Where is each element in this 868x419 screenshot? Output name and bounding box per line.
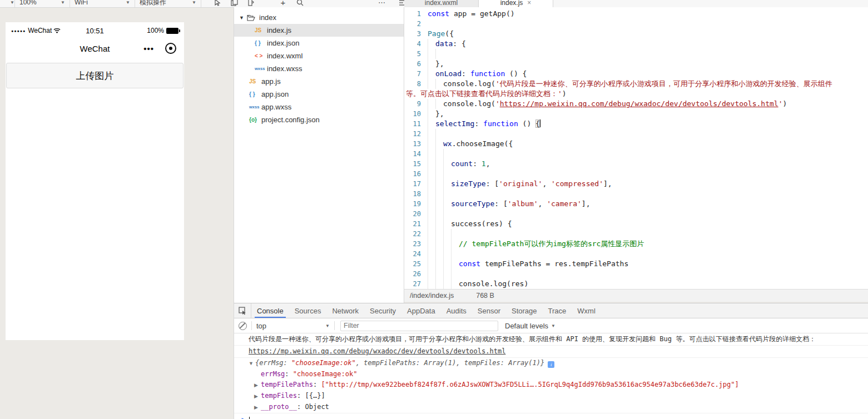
code-line[interactable]: 20 (404, 209, 868, 219)
info-icon[interactable]: i (548, 361, 554, 368)
cursor-icon[interactable] (209, 0, 226, 6)
console-prompt[interactable]: > (234, 413, 868, 419)
line-number: 16 (404, 169, 428, 179)
zoom-dropdown[interactable]: 100% ▼ (15, 0, 70, 8)
add-file-icon[interactable]: + (275, 0, 291, 7)
tree-file-index.json[interactable]: { }index.json (234, 37, 404, 49)
network-dropdown[interactable]: WiFi ▼ (70, 0, 135, 8)
line-number: 10 (404, 109, 428, 119)
code-line[interactable]: 11selectImg: function () { (404, 119, 868, 129)
expand-triangle-icon[interactable]: ▶ (254, 392, 261, 401)
console-link[interactable]: https://mp.weixin.qq.com/debug/wxadoc/de… (249, 347, 505, 355)
code-line[interactable]: 24 (404, 249, 868, 259)
code-line[interactable]: 19sourceType: ['album', 'camera'], (404, 199, 868, 209)
editor-tab-index.wxml[interactable]: index.wxml (404, 0, 479, 8)
simulator-phone: ●●●●● WeChat 10:51 100% WeChat ••• 上传图片 (6, 22, 184, 340)
close-icon[interactable]: × (527, 0, 531, 7)
code-line[interactable]: 13wx.chooseImage({ (404, 139, 868, 149)
editor-tab-index.js[interactable]: index.js× (479, 0, 553, 8)
screenshot-icon[interactable] (226, 0, 242, 6)
devtools-tab-storage[interactable]: Storage (506, 303, 543, 318)
devtools-tab-sources[interactable]: Sources (289, 303, 327, 318)
expand-triangle-icon[interactable]: ▶ (254, 381, 261, 390)
code-line[interactable]: 12 (404, 129, 868, 139)
tree-file-app.wxss[interactable]: wxssapp.wxss (234, 101, 404, 113)
tree-folder-index[interactable]: ▼index (234, 11, 404, 24)
file-label: index.json (267, 39, 300, 47)
code-editor[interactable]: 1const app = getApp()23Page({4data: {56}… (404, 7, 868, 289)
devtools-tab-sensor[interactable]: Sensor (472, 303, 506, 318)
code-line[interactable]: 27console.log(res) (404, 279, 868, 289)
filter-input[interactable] (340, 321, 498, 331)
code-line[interactable]: 5 (404, 49, 868, 59)
devtools-tab-appdata[interactable]: AppData (401, 303, 441, 318)
rotate-device-icon[interactable] (242, 0, 259, 6)
code-line[interactable]: 15count: 1, (404, 159, 868, 169)
code-line[interactable]: 6}, (404, 59, 868, 69)
object-property-errMsg: errMsg: "chooseImage:ok" (234, 369, 868, 380)
network-value: WiFi (75, 0, 88, 6)
upload-image-button[interactable]: 上传图片 (6, 63, 183, 88)
caret-down-icon[interactable]: ▼ (239, 15, 247, 21)
capsule-close-icon[interactable] (165, 43, 176, 54)
context-select[interactable]: top ▼ (256, 322, 330, 330)
line-number: 20 (404, 209, 428, 219)
log-levels-select[interactable]: Default levels ▼ (505, 322, 555, 330)
wxss-file-icon: wxss (255, 66, 267, 71)
wechat-devtools-window: ▼ 100% ▼ WiFi ▼ 模拟操作 ▼ (0, 0, 868, 419)
code-line[interactable]: 1const app = getApp() (404, 9, 868, 19)
code-line[interactable]: 23// tempFilePath可以作为img标签的src属性显示图片 (404, 239, 868, 249)
more-icon[interactable]: ⋯ (374, 0, 390, 7)
devtools-tab-trace[interactable]: Trace (543, 303, 572, 318)
code-line[interactable]: 17sizeType: ['original', 'compressed'], (404, 179, 868, 189)
tree-file-app.js[interactable]: JSapp.js (234, 75, 404, 88)
code-line[interactable]: 16 (404, 169, 868, 179)
devtools-tab-console[interactable]: Console (251, 303, 289, 318)
code-line[interactable]: 3Page({ (404, 29, 868, 39)
menu-dots-icon[interactable]: ••• (143, 44, 154, 53)
code-line[interactable]: 25const tempFilePaths = res.tempFilePath… (404, 259, 868, 269)
devtools-tab-network[interactable]: Network (326, 303, 364, 318)
console-toolbar: top ▼ Default levels ▼ (234, 318, 868, 333)
tree-file-app.json[interactable]: { }app.json (234, 88, 404, 101)
chevron-down-icon: ▼ (551, 323, 555, 328)
chevron-down-icon: ▼ (10, 0, 14, 5)
code-line[interactable]: 21success(res) { (404, 219, 868, 229)
line-number: 18 (404, 189, 428, 199)
code-line[interactable]: 7onLoad: function () { (404, 69, 868, 79)
tree-file-index.js[interactable]: JSindex.js (234, 24, 404, 37)
code-line[interactable]: 4data: { (404, 39, 868, 49)
code-line[interactable]: 2 (404, 19, 868, 29)
simulate-dropdown[interactable]: 模拟操作 ▼ (135, 0, 201, 8)
code-line[interactable]: 26 (404, 269, 868, 279)
tree-file-project.config.json[interactable]: {o}project.config.json (234, 113, 404, 126)
code-line[interactable]: 10}, (404, 109, 868, 119)
tab-label: index.wxml (425, 0, 458, 7)
collapse-triangle-icon[interactable]: ▼ (249, 360, 255, 368)
code-line[interactable]: 18 (404, 189, 868, 199)
code-line[interactable]: 14 (404, 149, 868, 159)
inspect-element-icon[interactable] (234, 303, 251, 318)
scene-dropdown[interactable]: ▼ (0, 0, 15, 8)
expand-triangle-icon[interactable]: ▶ (254, 403, 261, 412)
devtools-tab-wxml[interactable]: Wxml (572, 303, 601, 318)
code-line[interactable]: 22 (404, 229, 868, 239)
property-key: __proto__ (261, 403, 297, 411)
code-line[interactable]: 8console.log('代码片段是一种迷你、可分享的小程序或小游戏项目，可用… (404, 79, 868, 89)
devtools-tab-security[interactable]: Security (364, 303, 401, 318)
devtools-tab-audits[interactable]: Audits (441, 303, 472, 318)
wxml-file-icon: < > (255, 53, 267, 59)
file-label: index (259, 13, 276, 22)
property-value: ["http://tmp/wxe922beebf824f87f.o6zAJswX… (321, 381, 738, 388)
tree-file-index.wxml[interactable]: < >index.wxml (234, 49, 404, 62)
code-line[interactable]: 9console.log('https://mp.weixin.qq.com/d… (404, 99, 868, 109)
chevron-down-icon: ▼ (61, 0, 65, 5)
phone-nav-bar: WeChat ••• (6, 39, 184, 58)
line-number: 14 (404, 149, 428, 159)
file-label: app.json (261, 90, 289, 98)
clear-console-icon[interactable] (239, 322, 247, 330)
tree-file-index.wxss[interactable]: wxssindex.wxss (234, 62, 404, 75)
search-icon[interactable] (291, 0, 308, 6)
code-line[interactable]: 等。可点击以下链接查看代码片段的详细文档：') (404, 89, 868, 99)
line-number: 1 (404, 9, 428, 19)
